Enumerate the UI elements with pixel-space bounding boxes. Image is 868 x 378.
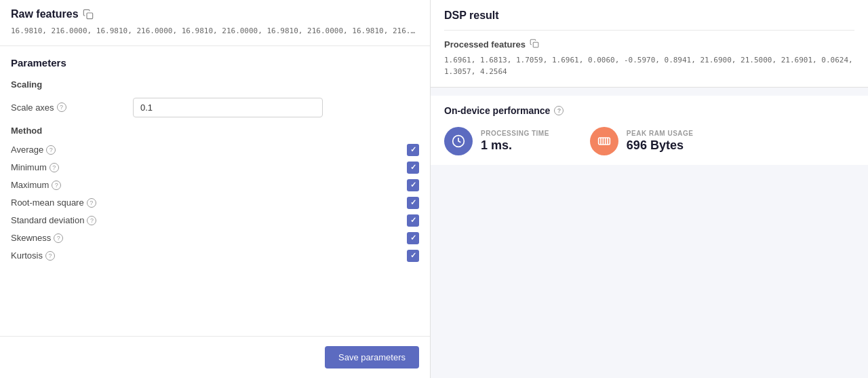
method-label-skewness: Skewness ? <box>11 233 407 243</box>
method-label-average: Average ? <box>11 145 407 155</box>
peak-ram-label: PEAK RAM USAGE <box>627 130 694 137</box>
method-label-rms: Root-mean square ? <box>11 197 407 208</box>
minimum-help-icon[interactable]: ? <box>50 163 59 172</box>
maximum-checkbox-wrapper[interactable]: ✓ <box>407 179 419 191</box>
method-row-kurtosis: Kurtosis ? ✓ <box>11 250 419 262</box>
maximum-help-icon[interactable]: ? <box>52 181 61 190</box>
dsp-result-title: DSP result <box>444 10 854 22</box>
kurtosis-checkbox-wrapper[interactable]: ✓ <box>407 250 419 262</box>
processing-time-item: PROCESSING TIME 1 ms. <box>444 127 549 155</box>
raw-features-text: 16.9810, 216.0000, 16.9810, 216.0000, 16… <box>11 26 419 37</box>
method-row-rms: Root-mean square ? ✓ <box>11 197 419 209</box>
skewness-help-icon[interactable]: ? <box>54 233 63 243</box>
method-label-kurtosis: Kurtosis ? <box>11 250 407 261</box>
scale-axes-help-icon[interactable]: ? <box>57 102 66 112</box>
skewness-checkbox[interactable]: ✓ <box>407 232 419 244</box>
average-checkbox-wrapper[interactable]: ✓ <box>407 144 419 156</box>
scale-axes-label: Scale axes ? <box>11 102 133 113</box>
peak-ram-item: PEAK RAM USAGE 696 Bytes <box>590 127 694 155</box>
rms-checkbox[interactable]: ✓ <box>407 197 419 209</box>
scale-axes-row: Scale axes ? <box>11 98 419 117</box>
stddev-checkbox-wrapper[interactable]: ✓ <box>407 214 419 227</box>
svg-rect-1 <box>533 42 538 48</box>
method-row-stddev: Standard deviation ? ✓ <box>11 214 419 227</box>
raw-features-section: Raw features 16.9810, 216.0000, 16.9810,… <box>0 0 430 46</box>
peak-ram-info: PEAK RAM USAGE 696 Bytes <box>627 130 694 153</box>
stddev-checkbox[interactable]: ✓ <box>407 214 419 227</box>
processing-time-icon-circle <box>444 127 473 155</box>
minimum-checkbox[interactable]: ✓ <box>407 162 419 174</box>
method-section: Method Average ? ✓ Minimum ? <box>11 126 419 262</box>
kurtosis-checkbox[interactable]: ✓ <box>407 250 419 262</box>
method-label-stddev: Standard deviation ? <box>11 215 407 225</box>
right-panel: DSP result Processed features 1.6961, 1.… <box>431 0 868 378</box>
processed-features-label: Processed features <box>444 39 526 50</box>
dsp-result-section: DSP result Processed features 1.6961, 1.… <box>431 0 868 88</box>
processed-features-header: Processed features <box>444 39 854 50</box>
save-btn-area: Save parameters <box>0 336 430 378</box>
raw-features-header: Raw features <box>11 8 419 20</box>
minimum-checkbox-wrapper[interactable]: ✓ <box>407 162 419 174</box>
copy-raw-features-icon[interactable] <box>83 9 94 20</box>
method-row-maximum: Maximum ? ✓ <box>11 179 419 191</box>
parameters-section: Parameters Scaling Scale axes ? Method A… <box>0 46 430 337</box>
on-device-performance-title: On-device performance ? <box>444 105 854 116</box>
save-parameters-button[interactable]: Save parameters <box>325 346 419 368</box>
method-label-maximum: Maximum ? <box>11 180 407 190</box>
skewness-checkbox-wrapper[interactable]: ✓ <box>407 232 419 244</box>
performance-grid: PROCESSING TIME 1 ms. PEAK RAM USAG <box>444 127 854 155</box>
method-label-minimum: Minimum ? <box>11 162 407 172</box>
processed-features-text: 1.6961, 1.6813, 1.7059, 1.6961, 0.0060, … <box>444 55 854 77</box>
memory-icon <box>597 134 611 148</box>
processing-time-info: PROCESSING TIME 1 ms. <box>481 130 549 153</box>
parameters-title: Parameters <box>11 57 419 69</box>
on-device-help-icon[interactable]: ? <box>554 106 564 115</box>
method-row-minimum: Minimum ? ✓ <box>11 162 419 174</box>
copy-processed-features-icon[interactable] <box>530 39 540 50</box>
clock-icon <box>452 134 465 148</box>
processing-time-label: PROCESSING TIME <box>481 130 549 137</box>
rms-help-icon[interactable]: ? <box>87 198 96 208</box>
scaling-title: Scaling <box>11 79 419 90</box>
on-device-performance-section: On-device performance ? PROCESSING TIME … <box>431 96 868 165</box>
dsp-divider <box>444 30 854 31</box>
scale-axes-input[interactable] <box>133 98 323 117</box>
method-row-average: Average ? ✓ <box>11 144 419 156</box>
peak-ram-icon-circle <box>590 127 618 155</box>
method-row-skewness: Skewness ? ✓ <box>11 232 419 244</box>
kurtosis-help-icon[interactable]: ? <box>45 251 55 261</box>
svg-rect-0 <box>87 13 93 19</box>
peak-ram-value: 696 Bytes <box>627 138 694 153</box>
average-checkbox[interactable]: ✓ <box>407 144 419 156</box>
left-panel: Raw features 16.9810, 216.0000, 16.9810,… <box>0 0 431 378</box>
method-title: Method <box>11 126 419 136</box>
processing-time-value: 1 ms. <box>481 138 549 153</box>
rms-checkbox-wrapper[interactable]: ✓ <box>407 197 419 209</box>
maximum-checkbox[interactable]: ✓ <box>407 179 419 191</box>
average-help-icon[interactable]: ? <box>46 145 56 155</box>
stddev-help-icon[interactable]: ? <box>87 216 96 225</box>
raw-features-title: Raw features <box>11 8 79 20</box>
